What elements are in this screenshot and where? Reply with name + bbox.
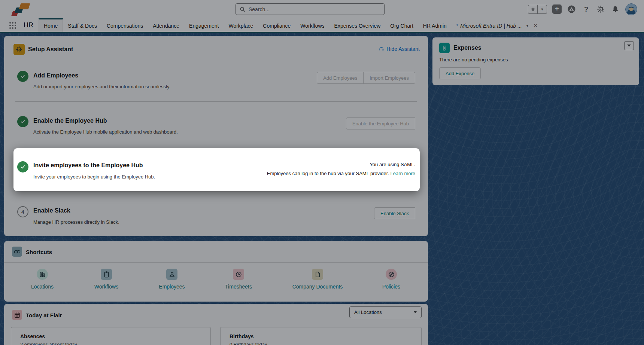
step3-description: Invite your employees to begin using the… — [33, 174, 155, 180]
saml-note-line1: You are using SAML. — [267, 162, 415, 167]
step3-highlight-card: Invite employees to the Employee Hub Inv… — [13, 148, 420, 191]
step3-title: Invite employees to the Employee Hub — [33, 162, 143, 169]
saml-note-line2: Employees can log in to the hub via your… — [267, 171, 389, 176]
learn-more-link[interactable]: Learn more — [391, 171, 415, 176]
step3-complete-check-icon — [17, 161, 28, 172]
saml-note: You are using SAML. Employees can log in… — [267, 162, 415, 176]
